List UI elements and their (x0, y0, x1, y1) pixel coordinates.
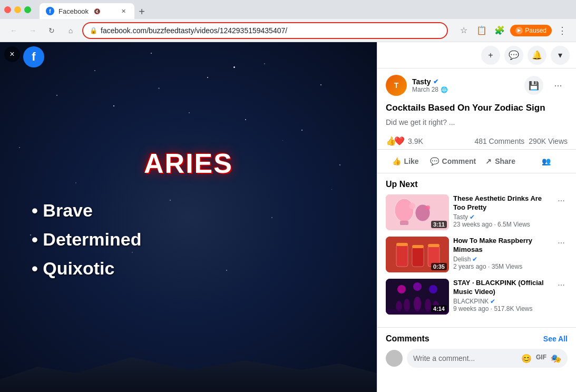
video-card-1[interactable]: 3:11 These Aesthetic Drinks Are Too Pret… (386, 194, 568, 230)
comments-section: Comments See All Write a comment... 😊 GI… (377, 327, 576, 374)
new-tab-btn[interactable]: + (134, 4, 149, 19)
svg-point-4 (409, 203, 415, 209)
video-thumb-1: 3:11 (386, 194, 449, 230)
see-all-link[interactable]: See All (543, 335, 568, 343)
svg-rect-10 (396, 243, 408, 246)
extensions-btn[interactable]: 🧩 (492, 23, 507, 38)
home-btn[interactable]: ⌂ (63, 23, 78, 38)
video-title-3: STAY · BLACKPINK (Official Music Video) (453, 279, 551, 297)
video-options-3[interactable]: ··· (555, 279, 568, 291)
reactions-left: 👍 ❤️ 3.9K (386, 136, 423, 146)
browser-window: f Facebook 🔇 ✕ + ← → ↻ ⌂ 🔒 facebook.com/… (0, 0, 576, 392)
bookmark-btn[interactable]: ☆ (456, 23, 471, 38)
account-btn[interactable]: ▾ (551, 46, 570, 65)
svg-point-14 (397, 285, 406, 293)
comments-count[interactable]: 481 Comments (474, 137, 524, 145)
svg-point-15 (413, 282, 422, 291)
paused-btn[interactable]: ▶ Paused (510, 25, 552, 36)
globe-icon: 🌐 (441, 86, 448, 93)
refresh-btn[interactable]: ↻ (44, 23, 59, 38)
reading-list-btn[interactable]: 📋 (474, 23, 489, 38)
trait-3: • Quixotic (32, 258, 345, 279)
back-btn[interactable]: ← (6, 23, 21, 38)
video-content: ARIES • Brave • Determined • Quixotic (0, 137, 377, 298)
page-content: × f ARIES • Brave • Determined • Quixoti… (0, 42, 576, 392)
channel-verified-2: ✔ (472, 256, 477, 263)
comments-title: Comments (386, 334, 429, 344)
svg-rect-3 (400, 221, 408, 225)
close-window-btn[interactable] (4, 6, 11, 13)
video-meta-3: 9 weeks ago · 517.8K Views (453, 305, 551, 312)
video-title: ARIES (32, 148, 345, 179)
like-btn[interactable]: 👍 Like (382, 152, 429, 171)
video-duration-2: 0:35 (431, 263, 447, 270)
video-title-1: These Aesthetic Drinks Are Too Pretty (453, 194, 551, 212)
tab-close-btn[interactable]: ✕ (119, 6, 128, 16)
post-title: Cocktails Based On Your Zodiac Sign (377, 102, 576, 118)
comment-user-avatar (386, 350, 403, 367)
nav-bar: ← → ↻ ⌂ 🔒 facebook.com/buzzfeedtasty/vid… (0, 19, 576, 42)
messenger-btn[interactable]: 💬 (504, 46, 523, 65)
browser-menu-btn[interactable]: ⋮ (555, 23, 570, 38)
nav-right: ☆ 📋 🧩 ▶ Paused ⋮ (456, 23, 570, 38)
notifications-btn[interactable]: 🔔 (528, 46, 546, 65)
video-info-2: How To Make Raspberry Mimosas Delish ✔ 2… (453, 237, 551, 272)
post-meta: Tasty ✔ March 28 🌐 (412, 77, 519, 93)
video-options-1[interactable]: ··· (555, 194, 568, 207)
minimize-window-btn[interactable] (14, 6, 21, 13)
emoji-icon[interactable]: 😊 (521, 354, 532, 364)
forward-btn[interactable]: → (25, 23, 40, 38)
video-duration-3: 4:14 (431, 305, 447, 312)
post-avatar-inner: T (386, 75, 407, 96)
sticker-icon[interactable]: 🎭 (551, 354, 561, 364)
post-author: Tasty ✔ (412, 77, 519, 86)
video-channel-2: Delish ✔ (453, 256, 551, 263)
video-options-2[interactable]: ··· (555, 237, 568, 249)
post-options-btn[interactable]: ··· (549, 76, 568, 95)
video-thumb-2: 0:35 (386, 237, 449, 272)
tab-bar: f Facebook 🔇 ✕ + (40, 0, 149, 19)
video-channel-1: Tasty ✔ (453, 213, 551, 221)
reactions-bar: 👍 ❤️ 3.9K 481 Comments 290K Views (377, 133, 576, 150)
channel-verified-1: ✔ (470, 213, 475, 221)
svg-point-5 (426, 205, 430, 210)
share-btn[interactable]: ↗ Share (477, 152, 524, 171)
comment-icons: 😊 GIF 🎭 (521, 354, 561, 364)
gif-icon[interactable]: GIF (536, 354, 546, 364)
tab-mute-icon[interactable]: 🔇 (93, 7, 101, 15)
svg-point-1 (395, 199, 414, 222)
video-close-btn[interactable]: × (4, 46, 20, 62)
maximize-window-btn[interactable] (24, 6, 31, 13)
comment-btn[interactable]: 💬 Comment (429, 152, 476, 171)
title-bar: f Facebook 🔇 ✕ + (0, 0, 576, 19)
svg-rect-7 (396, 244, 408, 267)
comment-input-row: Write a comment... 😊 GIF 🎭 (386, 349, 568, 374)
video-card-3[interactable]: 4:14 STAY · BLACKPINK (Official Music Vi… (386, 279, 568, 315)
video-info-1: These Aesthetic Drinks Are Too Pretty Ta… (453, 194, 551, 230)
lock-icon: 🔒 (90, 27, 97, 34)
trait-1: • Brave (32, 200, 345, 221)
svg-rect-8 (412, 247, 424, 267)
address-bar[interactable]: 🔒 facebook.com/buzzfeedtasty/videos/1242… (82, 22, 448, 39)
send-btn[interactable]: 👥 (524, 152, 572, 171)
add-btn[interactable]: + (481, 46, 500, 65)
video-thumb-3: 4:14 (386, 279, 449, 315)
up-next-title: Up Next (386, 180, 568, 189)
save-btn[interactable]: 💾 (524, 76, 543, 95)
post-subtitle: Did we get it right? ... (377, 118, 576, 133)
video-card-2[interactable]: 0:35 How To Make Raspberry Mimosas Delis… (386, 237, 568, 272)
svg-point-16 (429, 285, 437, 293)
comment-input[interactable]: Write a comment... 😊 GIF 🎭 (407, 349, 568, 368)
video-panel: × f ARIES • Brave • Determined • Quixoti… (0, 42, 377, 392)
active-tab[interactable]: f Facebook 🔇 ✕ (40, 3, 134, 19)
comment-placeholder: Write a comment... (413, 354, 517, 362)
post-avatar: T (386, 75, 407, 96)
video-channel-3: BLACKPINK ✔ (453, 298, 551, 305)
sidebar: + 💬 🔔 ▾ T Tasty ✔ March 28 🌐 (377, 42, 576, 392)
fb-logo[interactable]: f (23, 46, 44, 67)
channel-verified-3: ✔ (490, 298, 495, 305)
tab-favicon: f (46, 7, 54, 15)
svg-point-19 (414, 297, 421, 311)
trait-2: • Determined (32, 229, 345, 250)
verified-badge: ✔ (433, 78, 438, 85)
